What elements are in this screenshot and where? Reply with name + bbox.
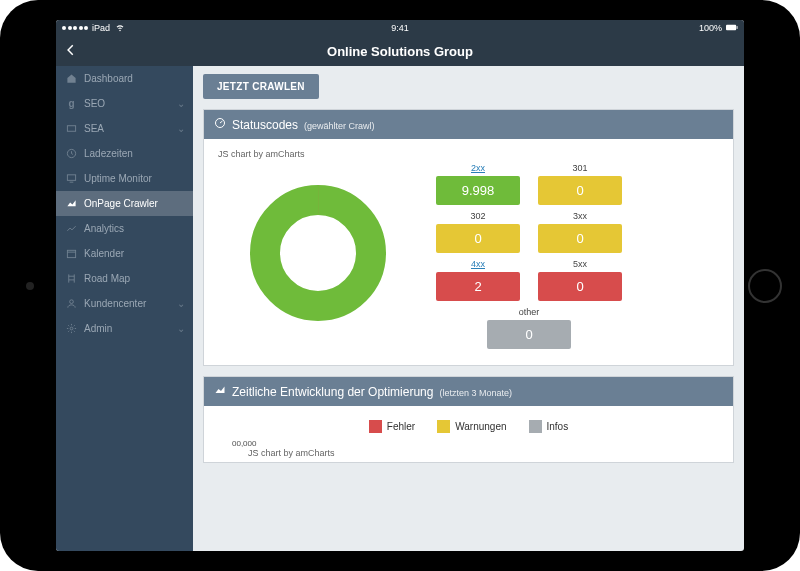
status-card-label: other xyxy=(487,307,571,317)
status-card-5xx: 5xx0 xyxy=(538,259,622,301)
dashboard-icon xyxy=(214,117,226,129)
crawl-now-button[interactable]: JETZT CRAWLEN xyxy=(203,74,319,99)
status-card-label[interactable]: 4xx xyxy=(436,259,520,269)
sidebar-item-label: SEA xyxy=(84,123,104,134)
svg-rect-2 xyxy=(67,126,75,132)
svg-rect-5 xyxy=(67,250,75,257)
legend-label: Warnungen xyxy=(455,421,506,432)
sidebar-item-uptime-monitor[interactable]: Uptime Monitor xyxy=(56,166,193,191)
sidebar-item-ladezeiten[interactable]: Ladezeiten xyxy=(56,141,193,166)
seo-icon: g xyxy=(66,98,77,109)
status-card-value: 0 xyxy=(487,320,571,349)
battery-label: 100% xyxy=(699,23,722,33)
y-axis-tick: 00,000 xyxy=(218,439,719,448)
sidebar-item-label: Road Map xyxy=(84,273,130,284)
sidebar-item-label: Dashboard xyxy=(84,73,133,84)
status-card-label[interactable]: 2xx xyxy=(436,163,520,173)
chevron-down-icon: ⌄ xyxy=(177,298,185,309)
sidebar: DashboardgSEO⌄SEA⌄LadezeitenUptime Monit… xyxy=(56,66,193,551)
status-card-value: 0 xyxy=(436,224,520,253)
svg-point-6 xyxy=(70,300,74,304)
legend-swatch xyxy=(529,420,542,433)
status-card-301: 3010 xyxy=(538,163,622,205)
sidebar-item-dashboard[interactable]: Dashboard xyxy=(56,66,193,91)
svg-rect-1 xyxy=(737,26,738,29)
nav-bar: Online Solutions Group xyxy=(56,36,744,66)
screen: iPad 9:41 100% Online Solutions Group Da… xyxy=(56,20,744,551)
home-button[interactable] xyxy=(748,269,782,303)
donut-chart xyxy=(218,163,418,343)
status-card-4xx: 4xx2 xyxy=(436,259,520,301)
status-card-value: 0 xyxy=(538,272,622,301)
sea-icon xyxy=(66,123,77,134)
sidebar-item-kalender[interactable]: Kalender xyxy=(56,241,193,266)
svg-rect-4 xyxy=(67,175,75,181)
carrier-label: iPad xyxy=(92,23,110,33)
timeline-panel: Zeitliche Entwicklung der Optimierung (l… xyxy=(203,376,734,463)
chevron-down-icon: ⌄ xyxy=(177,123,185,134)
legend-label: Fehler xyxy=(387,421,415,432)
status-card-other: other0 xyxy=(487,307,571,349)
status-card-value: 0 xyxy=(538,224,622,253)
sidebar-item-seo[interactable]: gSEO⌄ xyxy=(56,91,193,116)
status-card-value: 0 xyxy=(538,176,622,205)
chart-area-icon xyxy=(66,198,77,209)
status-card-2xx: 2xx9.998 xyxy=(436,163,520,205)
sidebar-item-label: Admin xyxy=(84,323,112,334)
status-card-value: 2 xyxy=(436,272,520,301)
sidebar-item-analytics[interactable]: Analytics xyxy=(56,216,193,241)
sidebar-item-label: Analytics xyxy=(84,223,124,234)
legend-swatch xyxy=(437,420,450,433)
chevron-down-icon: ⌄ xyxy=(177,98,185,109)
signal-dots-icon xyxy=(62,26,88,30)
main-content: JETZT CRAWLEN Statuscodes (gewählter Cra… xyxy=(193,66,744,551)
chart-area-icon xyxy=(214,384,226,396)
sidebar-item-label: Kalender xyxy=(84,248,124,259)
monitor-icon xyxy=(66,173,77,184)
sidebar-item-kundencenter[interactable]: Kundencenter⌄ xyxy=(56,291,193,316)
svg-point-7 xyxy=(70,327,73,330)
camera-dot xyxy=(26,282,34,290)
svg-rect-0 xyxy=(726,24,736,30)
svg-point-9 xyxy=(265,200,371,306)
sidebar-item-onpage-crawler[interactable]: OnPage Crawler xyxy=(56,191,193,216)
sidebar-item-label: Uptime Monitor xyxy=(84,173,152,184)
back-button[interactable] xyxy=(64,43,78,60)
chart-legend: FehlerWarnungenInfos xyxy=(218,412,719,435)
chevron-down-icon: ⌄ xyxy=(177,323,185,334)
panel-subtitle: (letzten 3 Monate) xyxy=(439,388,512,398)
status-card-label: 5xx xyxy=(538,259,622,269)
ios-status-bar: iPad 9:41 100% xyxy=(56,20,744,36)
sidebar-item-road-map[interactable]: Road Map xyxy=(56,266,193,291)
sidebar-item-admin[interactable]: Admin⌄ xyxy=(56,316,193,341)
sidebar-item-label: Kundencenter xyxy=(84,298,146,309)
statuscodes-panel: Statuscodes (gewählter Crawl) JS chart b… xyxy=(203,109,734,366)
panel-subtitle: (gewählter Crawl) xyxy=(304,121,375,131)
chart-attribution: JS chart by amCharts xyxy=(218,149,719,159)
user-icon xyxy=(66,298,77,309)
chart-attribution: JS chart by amCharts xyxy=(218,448,719,458)
sidebar-item-label: Ladezeiten xyxy=(84,148,133,159)
clock-icon xyxy=(66,148,77,159)
legend-item-fehler: Fehler xyxy=(369,420,415,433)
panel-header: Zeitliche Entwicklung der Optimierung (l… xyxy=(204,377,733,406)
calendar-icon xyxy=(66,248,77,259)
status-card-label: 301 xyxy=(538,163,622,173)
wifi-icon xyxy=(114,23,126,34)
home-icon xyxy=(66,73,77,84)
roadmap-icon xyxy=(66,273,77,284)
status-card-302: 3020 xyxy=(436,211,520,253)
sidebar-item-sea[interactable]: SEA⌄ xyxy=(56,116,193,141)
status-cards: 2xx9.998301030203xx04xx25xx0other0 xyxy=(436,163,719,349)
sidebar-item-label: SEO xyxy=(84,98,105,109)
clock-label: 9:41 xyxy=(391,23,409,33)
status-card-label: 302 xyxy=(436,211,520,221)
legend-swatch xyxy=(369,420,382,433)
status-card-3xx: 3xx0 xyxy=(538,211,622,253)
status-card-value: 9.998 xyxy=(436,176,520,205)
panel-title: Statuscodes xyxy=(232,118,298,132)
panel-title: Zeitliche Entwicklung der Optimierung xyxy=(232,385,433,399)
ipad-frame: iPad 9:41 100% Online Solutions Group Da… xyxy=(0,0,800,571)
panel-header: Statuscodes (gewählter Crawl) xyxy=(204,110,733,139)
legend-label: Infos xyxy=(547,421,569,432)
